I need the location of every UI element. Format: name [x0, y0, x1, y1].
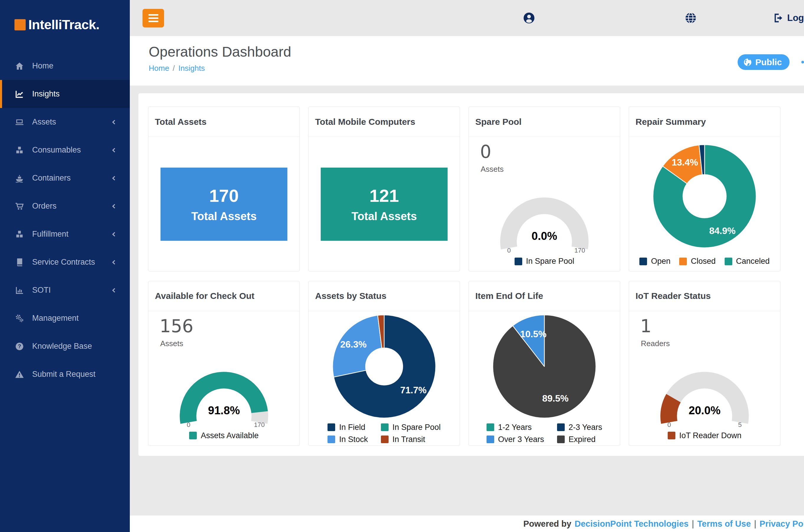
visibility-badge[interactable]: Public: [738, 54, 789, 70]
sidebar-item-label: Orders: [32, 202, 57, 211]
svg-text:10.5%: 10.5%: [520, 329, 547, 339]
sidebar-item-soti[interactable]: SOTI: [0, 276, 130, 304]
sidebar-item-home[interactable]: Home: [0, 52, 130, 80]
svg-text:5: 5: [738, 421, 742, 428]
legend-label: IoT Reader Down: [679, 431, 742, 440]
spare-pool-count-label: Assets: [481, 165, 620, 174]
legend-swatch: [679, 258, 687, 265]
legend-label: 1-2 Years: [498, 423, 532, 432]
legend-swatch: [486, 436, 494, 443]
footer-separator: |: [692, 519, 694, 529]
iot-reader-gauge-chart: 20.0%05: [646, 361, 764, 428]
cubes-icon: [15, 229, 24, 239]
terms-of-use-link[interactable]: Terms of Use: [697, 519, 751, 529]
breadcrumb-separator: /: [173, 64, 175, 73]
card-title: IoT Reader Status: [629, 281, 780, 311]
card-item-end-of-life: Item End Of Life 89.5%10.5% 1-2 Years2-3…: [468, 281, 620, 446]
repair-summary-donut-chart: 84.9%13.4%: [651, 143, 758, 250]
menu-toggle-button[interactable]: [142, 9, 164, 27]
legend-item-canceled[interactable]: Canceled: [725, 257, 770, 266]
sidebar-item-insights[interactable]: Insights: [0, 80, 130, 108]
legend-swatch: [515, 258, 522, 265]
chevron-left-icon: [110, 231, 117, 238]
legend-label: In Spare Pool: [526, 257, 574, 266]
legend-swatch: [668, 432, 675, 439]
language-globe-icon[interactable]: [685, 12, 697, 24]
logout-button[interactable]: Logout: [771, 12, 804, 24]
card-total-mobile-computers: Total Mobile Computers 121 Total Assets: [308, 107, 460, 271]
sidebar-item-assets[interactable]: Assets: [0, 108, 130, 136]
sidebar-item-label: Consumables: [32, 146, 81, 155]
brand-logo[interactable]: IntelliTrack.: [0, 0, 130, 33]
sidebar-item-knowledge-base[interactable]: ?Knowledge Base: [0, 332, 130, 360]
card-iot-reader-status: IoT Reader Status 1 Readers 20.0%05 IoT …: [629, 281, 780, 446]
sidebar-item-label: Fulfillment: [32, 230, 69, 239]
legend-item-open[interactable]: Open: [639, 257, 670, 266]
dashboard-content: Total Assets 170 Total Assets Total Mobi…: [130, 86, 804, 515]
readers-count-label: Readers: [641, 339, 780, 348]
legend-swatch: [381, 423, 388, 431]
sidebar: IntelliTrack. HomeInsightsAssetsConsumab…: [0, 0, 130, 532]
sidebar-item-service-contracts[interactable]: Service Contracts: [0, 248, 130, 276]
legend-item-2-3-years[interactable]: 2-3 Years: [557, 423, 602, 432]
stat-label: Total Assets: [351, 210, 417, 223]
card-title: Repair Summary: [629, 107, 780, 137]
legend-item-in-spare-pool[interactable]: In Spare Pool: [515, 257, 574, 266]
card-total-assets: Total Assets 170 Total Assets: [148, 107, 300, 271]
header-actions: Public: [738, 54, 804, 70]
svg-text:0.0%: 0.0%: [532, 230, 557, 242]
stat-label: Total Assets: [191, 210, 257, 223]
legend-item-iot-reader-down[interactable]: IoT Reader Down: [668, 431, 742, 440]
legend-item-in-field[interactable]: In Field: [327, 423, 365, 432]
legend-swatch: [557, 436, 565, 443]
svg-text:20.0%: 20.0%: [689, 404, 721, 416]
legend: IoT Reader Down: [629, 428, 780, 445]
chart-line-icon: [15, 89, 24, 99]
legend-item-expired[interactable]: Expired: [557, 435, 596, 444]
svg-text:26.3%: 26.3%: [340, 339, 366, 350]
legend-item-assets-available[interactable]: Assets Available: [189, 431, 259, 440]
breadcrumb-home-link[interactable]: Home: [149, 64, 169, 73]
legend-label: In Spare Pool: [393, 423, 441, 432]
svg-text:0: 0: [187, 421, 190, 428]
more-options-button[interactable]: [801, 58, 804, 66]
total-mobile-computers-stat-box: 121 Total Assets: [321, 168, 447, 241]
title-block: Operations Dashboard Home / Insights: [149, 44, 291, 73]
legend-item-in-transit[interactable]: In Transit: [381, 435, 425, 444]
legend-label: Over 3 Years: [498, 435, 544, 444]
footer: Powered by DecisionPoint Technologies | …: [130, 515, 804, 532]
sidebar-item-consumables[interactable]: Consumables: [0, 136, 130, 164]
stat-value: 121: [369, 186, 399, 206]
legend: In Spare Pool: [469, 254, 620, 271]
svg-text:91.8%: 91.8%: [208, 404, 240, 416]
brand-name: IntelliTrack.: [28, 17, 99, 33]
breadcrumb-insights-link[interactable]: Insights: [178, 64, 205, 73]
company-link[interactable]: DecisionPoint Technologies: [574, 519, 688, 529]
legend-swatch: [327, 423, 335, 431]
available-count: 156: [160, 317, 300, 335]
sidebar-item-label: Home: [32, 61, 53, 71]
svg-text:13.4%: 13.4%: [672, 157, 698, 168]
svg-text:0: 0: [507, 247, 511, 254]
legend-item-in-spare-pool[interactable]: In Spare Pool: [381, 423, 441, 432]
sidebar-item-containers[interactable]: Containers: [0, 164, 130, 192]
public-globe-icon: [743, 58, 752, 67]
legend-item-1-2-years[interactable]: 1-2 Years: [486, 423, 532, 432]
legend-item-closed[interactable]: Closed: [679, 257, 715, 266]
legend-swatch: [725, 258, 732, 265]
sidebar-item-label: Management: [32, 314, 79, 323]
chevron-left-icon: [110, 259, 117, 266]
card-title: Available for Check Out: [148, 281, 300, 311]
legend-item-in-stock[interactable]: In Stock: [327, 435, 368, 444]
privacy-policy-link[interactable]: Privacy Policy: [760, 519, 804, 529]
chevron-left-icon: [110, 119, 117, 126]
sidebar-item-submit-a-request[interactable]: Submit a Request: [0, 360, 130, 388]
logout-icon: [772, 13, 784, 24]
card-title: Spare Pool: [469, 107, 620, 137]
user-profile-icon[interactable]: [522, 12, 536, 24]
sidebar-item-orders[interactable]: Orders: [0, 192, 130, 220]
legend-item-over-3-years[interactable]: Over 3 Years: [486, 435, 544, 444]
sidebar-item-fulfillment[interactable]: Fulfillment: [0, 220, 130, 248]
powered-by-label: Powered by: [523, 519, 572, 529]
sidebar-item-management[interactable]: Management: [0, 304, 130, 332]
